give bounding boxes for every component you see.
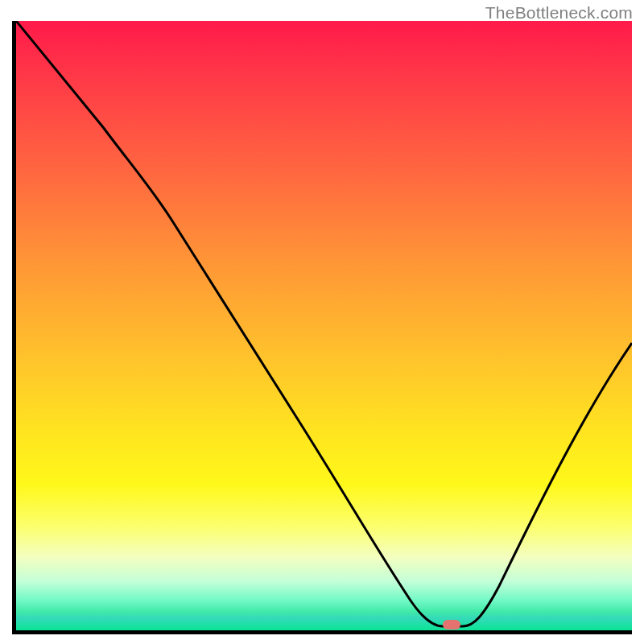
bottleneck-curve <box>16 21 632 630</box>
chart-area <box>12 21 632 634</box>
watermark-text: TheBottleneck.com <box>485 3 633 23</box>
optimal-point-marker <box>443 620 460 630</box>
